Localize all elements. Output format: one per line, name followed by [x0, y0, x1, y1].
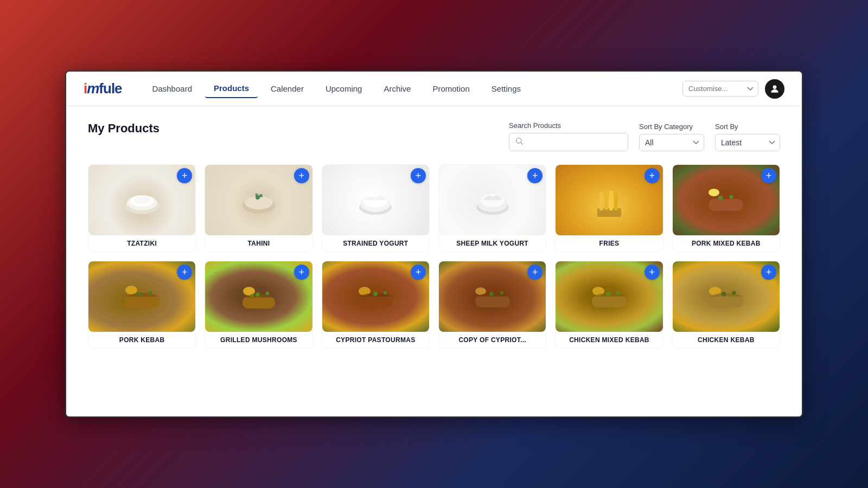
filters: Search Products Sort By Category All Dip… — [509, 121, 780, 151]
svg-point-6 — [133, 196, 151, 204]
svg-point-39 — [384, 291, 387, 294]
svg-point-25 — [718, 196, 723, 200]
svg-rect-48 — [709, 296, 743, 307]
product-image-pork-mixed-kebab: + — [673, 165, 780, 235]
product-card-sheep-yogurt[interactable]: + SHEEP MILK YOGURT — [438, 164, 546, 252]
svg-point-24 — [709, 189, 719, 196]
svg-point-38 — [373, 292, 378, 296]
product-card-cypriot-pastourmas[interactable]: + CYPRIOT PASTOURMAS — [322, 261, 430, 349]
svg-rect-19 — [599, 192, 603, 210]
category-label: Sort By Category — [639, 123, 704, 131]
category-select[interactable]: All Dips Kebabs Sides Yogurt — [639, 134, 704, 151]
product-name-pork-kebab: PORK KEBAB — [88, 336, 195, 344]
page-title: My Products — [88, 121, 159, 136]
nav-calender[interactable]: Calender — [262, 80, 312, 98]
svg-point-46 — [606, 292, 610, 296]
svg-point-14 — [363, 195, 387, 208]
nav-promotion[interactable]: Promotion — [424, 80, 478, 98]
product-name-tzatziki: TZATZIKI — [88, 240, 195, 247]
header: imfule Dashboard Products Calender Upcom… — [66, 72, 802, 106]
product-name-chicken-mixed-kebab: CHICKEN MIXED KEBAB — [556, 336, 662, 344]
nav-upcoming[interactable]: Upcoming — [317, 80, 371, 98]
product-name-fries: FRIES — [556, 240, 662, 247]
svg-point-42 — [489, 292, 493, 296]
main-nav: Dashboard Products Calender Upcoming Arc… — [144, 79, 682, 98]
add-btn-chicken-kebab[interactable]: + — [761, 265, 776, 280]
product-image-pork-kebab: + — [88, 261, 195, 332]
svg-point-11 — [255, 194, 258, 196]
svg-point-17 — [481, 194, 505, 207]
svg-rect-21 — [609, 191, 613, 210]
svg-rect-31 — [242, 297, 275, 309]
search-input-wrap — [509, 133, 628, 151]
product-card-yogurt[interactable]: + STRAINED YOGURT — [322, 164, 430, 252]
product-name-copy-cypriot: Copy of CYPRIOT... — [439, 336, 546, 344]
nav-archive[interactable]: Archive — [375, 80, 419, 98]
nav-products[interactable]: Products — [205, 79, 258, 98]
add-btn-pork-mixed-kebab[interactable]: + — [761, 168, 776, 183]
svg-rect-23 — [709, 199, 743, 211]
svg-point-30 — [149, 291, 152, 294]
product-grid-row1: + TZATZIKI + TAHINI + — [88, 164, 780, 252]
svg-rect-40 — [475, 296, 510, 307]
search-group: Search Products — [509, 121, 628, 151]
search-icon — [515, 137, 524, 147]
search-input[interactable] — [527, 138, 622, 146]
svg-point-26 — [730, 195, 733, 198]
product-card-chicken-mixed-kebab[interactable]: + CHICKEN MIXED KEBAB — [555, 261, 663, 349]
category-group: Sort By Category All Dips Kebabs Sides Y… — [639, 123, 704, 151]
svg-point-51 — [732, 291, 736, 294]
add-btn-tahini[interactable]: + — [294, 168, 309, 183]
product-image-yogurt: + — [322, 165, 429, 235]
product-name-grilled-mushrooms: GRILLED MUSHROOMS — [205, 336, 312, 344]
svg-rect-36 — [358, 296, 393, 307]
product-image-chicken-mixed-kebab: + — [556, 261, 662, 332]
nav-settings[interactable]: Settings — [483, 80, 529, 98]
customise-select[interactable]: Customise... — [682, 81, 758, 97]
product-name-chicken-kebab: CHICKEN KEBAB — [673, 336, 780, 344]
user-avatar[interactable] — [765, 79, 784, 99]
sortby-label: Sort By — [715, 123, 780, 131]
svg-point-0 — [773, 85, 777, 89]
add-btn-chicken-mixed-kebab[interactable]: + — [644, 265, 660, 280]
product-image-tzatziki: + — [88, 165, 195, 235]
add-btn-fries[interactable]: + — [644, 168, 660, 183]
product-name-tahini: TAHINI — [205, 240, 312, 247]
svg-point-10 — [259, 194, 263, 197]
product-name-yogurt: STRAINED YOGURT — [322, 240, 429, 247]
nav-dashboard[interactable]: Dashboard — [144, 80, 201, 98]
product-image-sheep-yogurt: + — [439, 165, 546, 235]
product-card-tahini[interactable]: + TAHINI — [205, 164, 312, 252]
product-name-sheep-yogurt: SHEEP MILK YOGURT — [439, 240, 546, 247]
product-card-pork-mixed-kebab[interactable]: + PORK MIXED KEBAB — [672, 164, 780, 252]
add-btn-yogurt[interactable]: + — [411, 168, 426, 183]
product-card-copy-cypriot[interactable]: + Copy of CYPRIOT... — [438, 261, 546, 349]
sortby-select[interactable]: Latest Oldest A-Z Z-A — [715, 134, 780, 151]
page-header: My Products Search Products Sort By Cate… — [88, 121, 780, 151]
product-grid-row2: + PORK KEBAB + GRILLED MUSHROOMS — [88, 261, 780, 349]
product-image-grilled-mushrooms: + — [205, 261, 312, 332]
product-card-chicken-kebab[interactable]: + CHICKEN KEBAB — [672, 261, 780, 349]
svg-rect-44 — [592, 296, 627, 307]
product-card-grilled-mushrooms[interactable]: + GRILLED MUSHROOMS — [205, 261, 312, 349]
svg-point-43 — [500, 291, 503, 294]
svg-point-33 — [256, 292, 260, 297]
product-image-copy-cypriot: + — [439, 261, 546, 332]
add-btn-cypriot-pastourmas[interactable]: + — [411, 265, 426, 280]
add-btn-grilled-mushrooms[interactable]: + — [294, 265, 309, 280]
app-window: imfule Dashboard Products Calender Upcom… — [65, 70, 803, 418]
product-image-fries: + — [556, 165, 662, 235]
svg-rect-22 — [614, 193, 618, 210]
product-card-pork-kebab[interactable]: + PORK KEBAB — [88, 261, 196, 349]
svg-point-29 — [137, 292, 141, 296]
header-right: Customise... — [682, 79, 784, 99]
product-image-cypriot-pastourmas: + — [322, 261, 429, 332]
product-image-tahini: + — [205, 165, 312, 235]
logo: imfule — [84, 80, 122, 97]
svg-line-2 — [521, 143, 523, 145]
search-label: Search Products — [509, 121, 628, 130]
svg-rect-27 — [125, 296, 159, 307]
product-card-fries[interactable]: + FRIES — [555, 164, 663, 252]
svg-point-28 — [125, 286, 137, 294]
product-card-tzatziki[interactable]: + TZATZIKI — [88, 164, 196, 252]
